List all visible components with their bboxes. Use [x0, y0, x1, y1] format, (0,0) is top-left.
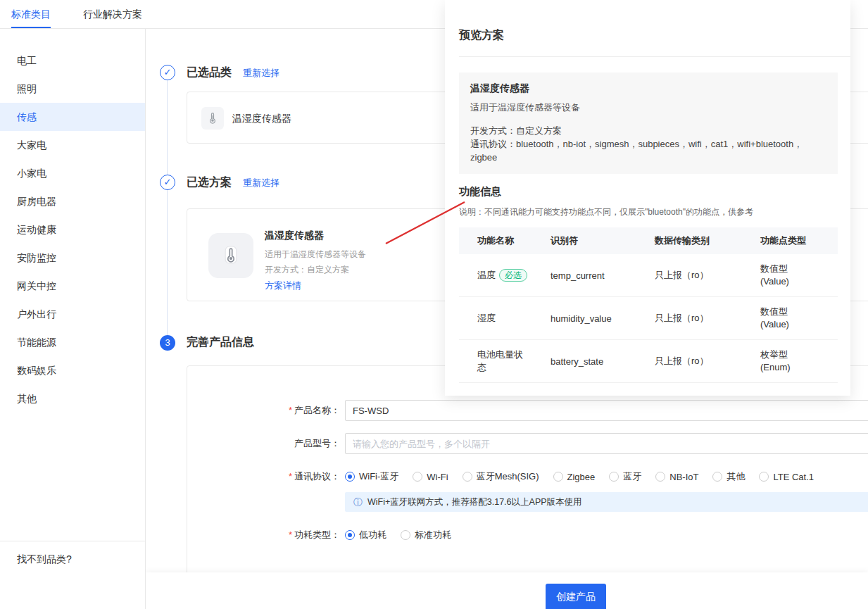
radio-icon	[712, 472, 722, 482]
tab-industry-solutions[interactable]: 行业解决方案	[83, 0, 142, 28]
identifier-cell: humidity_value	[551, 313, 655, 324]
table-row: 湿度humidity_value只上报（ro）数值型(Value)	[459, 297, 838, 340]
function-name: 电池电量状态	[477, 349, 529, 374]
info-icon: ⓘ	[353, 498, 363, 507]
product-name-input[interactable]	[345, 400, 868, 421]
radio-icon	[655, 472, 665, 482]
table-header: 功能名称识别符数据传输类别功能点类型	[459, 227, 838, 254]
radio-icon	[345, 472, 355, 482]
protocol-options: WiFi-蓝牙Wi-Fi蓝牙Mesh(SIG)Zigbee蓝牙NB-IoT其他L…	[345, 470, 814, 483]
solution-dev-mode: 开发方式：自定义方案	[265, 264, 366, 275]
step2-title: 已选方案	[187, 175, 232, 190]
function-info-note: 说明：不同通讯能力可能支持功能点不同，仅展示"bluetooth"的功能点，供参…	[459, 206, 753, 218]
step2-reselect-link[interactable]: 重新选择	[243, 177, 279, 188]
protocol-hint-box: ⓘ WiFi+蓝牙联网方式，推荐搭配3.17.6以上APP版本使用	[345, 492, 868, 512]
table-row: 温度必选temp_current只上报（ro）数值型(Value)	[459, 254, 838, 297]
step2-check-icon: ✓	[160, 175, 175, 190]
radio-label: NB-IoT	[669, 472, 698, 482]
radio-option[interactable]: Zigbee	[553, 472, 596, 482]
step3-number-badge: 3	[160, 335, 175, 351]
radio-icon	[413, 472, 422, 482]
radio-label: Zigbee	[567, 472, 596, 482]
radio-option[interactable]: 标准功耗	[401, 529, 451, 541]
radio-option[interactable]: Wi-Fi	[413, 472, 448, 482]
power-type-row: *功耗类型： 低功耗标准功耗	[146, 525, 868, 546]
type-line1: 数值型	[760, 306, 838, 318]
sidebar-item-11[interactable]: 节能能源	[0, 328, 145, 356]
sidebar-item-4[interactable]: 大家电	[0, 131, 145, 159]
table-body: 温度必选temp_current只上报（ro）数值型(Value)湿度humid…	[459, 254, 838, 383]
power-options: 低功耗标准功耗	[345, 529, 451, 541]
sidebar-item-2[interactable]: 照明	[0, 75, 145, 103]
preview-dev-mode: 开发方式：自定义方案	[470, 124, 826, 137]
type-line2: (Enum)	[760, 361, 838, 374]
identifier-cell: temp_current	[551, 270, 655, 281]
radio-label: 蓝牙Mesh(SIG)	[477, 470, 539, 483]
radio-option[interactable]: WiFi-蓝牙	[345, 470, 398, 483]
sidebar-item-9[interactable]: 网关中控	[0, 272, 145, 300]
radio-option[interactable]: LTE Cat.1	[759, 472, 814, 482]
category-icon-box	[201, 107, 224, 130]
sidebar-item-10[interactable]: 户外出行	[0, 300, 145, 328]
radio-icon	[609, 472, 619, 482]
solution-desc: 适用于温湿度传感器等设备	[265, 249, 366, 260]
sidebar-item-7[interactable]: 运动健康	[0, 215, 145, 244]
step1-check-icon: ✓	[160, 65, 175, 80]
step1-title: 已选品类	[187, 65, 232, 80]
solution-details-link[interactable]: 方案详情	[265, 280, 366, 292]
required-asterisk: *	[289, 529, 292, 540]
sidebar-list: 电工照明传感大家电小家电厨房电器运动健康安防监控网关中控户外出行节能能源数码娱乐…	[0, 46, 145, 413]
thermometer-icon	[206, 111, 219, 126]
sidebar-item-8[interactable]: 安防监控	[0, 244, 145, 272]
radio-label: Wi-Fi	[427, 472, 448, 482]
sidebar-item-3[interactable]: 传感	[0, 103, 145, 131]
radio-option[interactable]: 低功耗	[345, 529, 386, 541]
step1-reselect-link[interactable]: 重新选择	[243, 68, 279, 78]
sidebar-item-12[interactable]: 数码娱乐	[0, 356, 145, 384]
function-table: 功能名称识别符数据传输类别功能点类型 温度必选temp_current只上报（r…	[459, 227, 838, 383]
table-header-cell: 功能点类型	[760, 234, 838, 247]
table-header-cell: 数据传输类别	[655, 234, 760, 247]
sidebar-item-13[interactable]: 其他	[0, 384, 145, 413]
radio-icon	[345, 530, 355, 540]
table-header-cell: 识别符	[551, 234, 655, 247]
transfer-cell: 只上报（ro）	[655, 312, 760, 325]
radio-option[interactable]: 蓝牙Mesh(SIG)	[463, 470, 539, 483]
preview-popover: 预览方案 温湿度传感器 适用于温湿度传感器等设备 开发方式：自定义方案 通讯协议…	[445, 0, 850, 396]
radio-label: 蓝牙	[623, 470, 641, 483]
sidebar-item-1[interactable]: 电工	[0, 46, 145, 75]
radio-icon	[553, 472, 563, 482]
protocol-hint-text: WiFi+蓝牙联网方式，推荐搭配3.17.6以上APP版本使用	[367, 496, 582, 508]
type-cell: 数值型(Value)	[760, 306, 838, 331]
create-product-button[interactable]: 创建产品	[546, 584, 606, 609]
radio-option[interactable]: 其他	[712, 470, 745, 483]
cannot-find-category-link[interactable]: 找不到品类?	[0, 541, 145, 566]
product-name-label: *产品名称：	[146, 404, 345, 417]
radio-option[interactable]: NB-IoT	[655, 472, 698, 482]
preview-title-divider	[459, 56, 850, 57]
preview-summary-box: 温湿度传感器 适用于温湿度传感器等设备 开发方式：自定义方案 通讯协议：blue…	[459, 73, 838, 174]
product-model-input[interactable]	[345, 433, 868, 454]
required-asterisk: *	[289, 471, 292, 482]
sidebar-item-5[interactable]: 小家电	[0, 159, 145, 187]
tab-standard-category[interactable]: 标准类目	[11, 0, 51, 28]
radio-icon	[401, 530, 410, 540]
radio-icon	[759, 472, 769, 482]
radio-option[interactable]: 蓝牙	[609, 470, 641, 483]
protocol-label: *通讯协议：	[146, 470, 345, 483]
type-line1: 数值型	[760, 263, 838, 275]
protocol-row: *通讯协议： WiFi-蓝牙Wi-Fi蓝牙Mesh(SIG)Zigbee蓝牙NB…	[146, 466, 868, 487]
thermometer-icon	[219, 243, 243, 269]
product-name-row: *产品名称：	[146, 400, 868, 421]
preview-solution-name: 温湿度传感器	[470, 82, 826, 95]
type-line2: (Value)	[760, 318, 838, 331]
category-sidebar: 电工照明传感大家电小家电厨房电器运动健康安防监控网关中控户外出行节能能源数码娱乐…	[0, 29, 146, 609]
preview-protocols: 通讯协议：bluetooth，nb-iot，sigmesh，subpieces，…	[470, 137, 826, 164]
sidebar-item-6[interactable]: 厨房电器	[0, 187, 145, 215]
type-cell: 数值型(Value)	[760, 263, 838, 288]
function-name-cell: 温度必选	[459, 269, 551, 282]
bottom-action-bar: 创建产品	[146, 572, 868, 609]
transfer-cell: 只上报（ro）	[655, 269, 760, 282]
radio-icon	[463, 472, 472, 482]
function-name: 湿度	[477, 312, 496, 325]
